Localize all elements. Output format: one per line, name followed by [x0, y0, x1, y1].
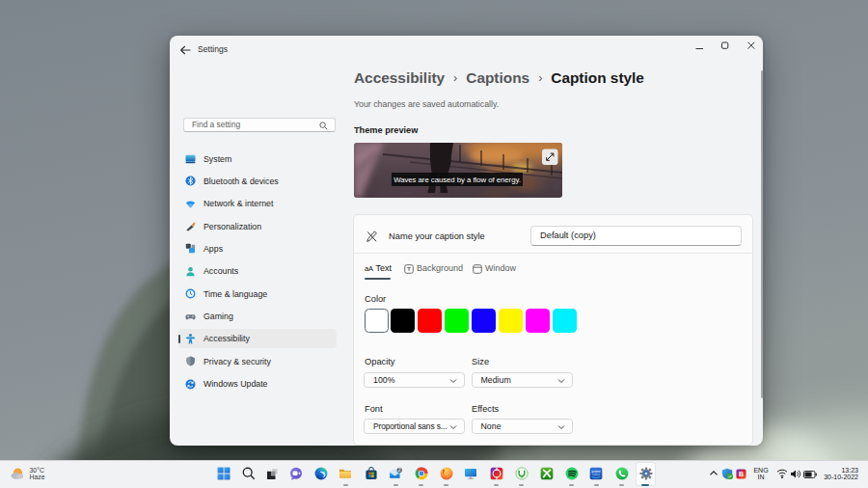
svg-text:Waves are caused by a flow of: Waves are caused by a flow of energy.: [393, 176, 521, 184]
svg-text:B: B: [739, 471, 744, 477]
svg-text:video: video: [592, 473, 600, 476]
svg-text:2: 2: [398, 467, 401, 473]
